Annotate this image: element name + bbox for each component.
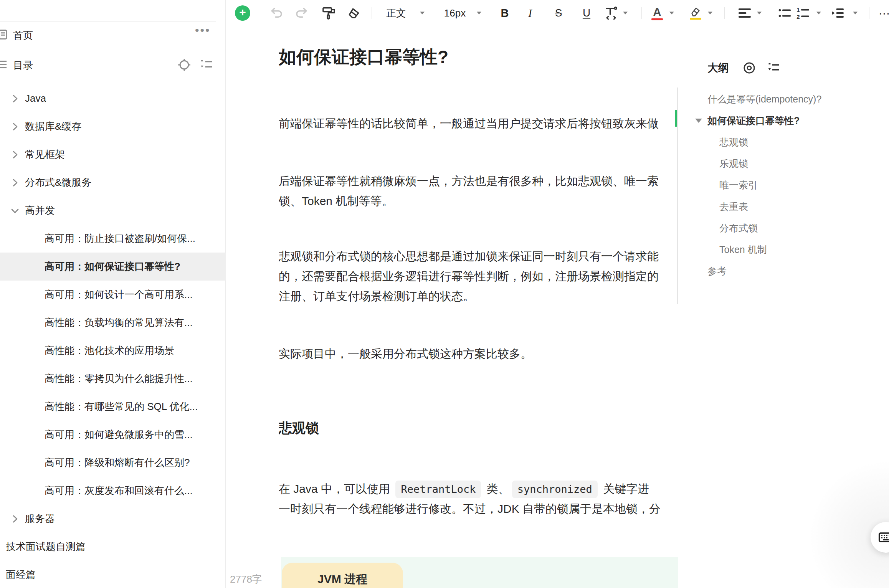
undo-icon[interactable] [269,6,284,20]
chevron-right-icon[interactable] [9,149,21,160]
outline-item[interactable]: 乐观锁 [678,153,889,174]
sidebar-tree-item[interactable]: 高并发 [0,197,226,225]
sidebar-tree-item[interactable]: 分布式&微服务 [0,168,226,197]
sidebar-tree-item[interactable]: 数据库&缓存 [0,112,226,140]
outline-item-label: 分布式锁 [719,222,758,235]
outline-item[interactable]: 唯一索引 [678,174,889,196]
chevron-right-icon[interactable] [9,177,21,188]
document-editor[interactable]: 如何保证接口幂等性? 前端保证幂等性的话比较简单，一般通过当用户提交请求后将按钮… [279,26,678,588]
sidebar-tree-item[interactable]: 高可用：防止接口被盗刷/如何保... [0,225,226,253]
toc-icon [0,58,8,73]
tree-item-label: 技术面试题自测篇 [6,540,86,553]
chevron-down-icon[interactable] [476,12,482,15]
chevron-right-icon[interactable] [9,93,21,104]
toolbar-divider [372,7,372,19]
fab-glow [805,457,889,588]
sidebar-tree-item[interactable]: 面经篇 [0,561,226,588]
tree-item-label: 高性能：负载均衡的常见算法有... [45,316,193,329]
sidebar-tree-item[interactable]: 高性能：有哪些常见的 SQL 优化... [0,393,226,421]
chevron-down-icon[interactable] [757,12,762,15]
sidebar-tree-item[interactable]: 高可用：灰度发布和回滚有什么... [0,477,226,505]
text-spacing-icon[interactable] [603,5,619,21]
sidebar-tree-item[interactable]: Java [0,84,226,112]
chevron-down-icon[interactable] [623,12,628,15]
indent-icon[interactable] [830,5,845,21]
section-heading: 悲观锁 [279,419,678,437]
tree-item-label: 高可用：降级和熔断有什么区别? [45,456,190,469]
home-icon [0,28,8,43]
sidebar-tree-item[interactable]: 服务器 [0,505,226,533]
insert-button[interactable]: + [235,5,250,21]
eraser-icon[interactable] [346,5,362,21]
editor-toolbar: + 正文 16px B I S U A [226,0,889,26]
locate-icon[interactable] [177,57,192,74]
more-tools-button[interactable]: ⋯ [879,7,889,20]
font-size-dropdown[interactable]: 16px [444,7,466,19]
toolbar-divider [641,7,642,19]
align-icon[interactable] [737,5,752,21]
chevron-down-icon[interactable] [669,12,674,15]
chevron-down-icon[interactable] [420,12,425,15]
tree-item-label: 服务器 [25,512,55,525]
tree-item-label: 高可用：如何设计一个高可用系... [45,288,193,301]
outline-item[interactable]: Token 机制 [678,239,889,260]
chevron-down-icon[interactable] [707,12,713,15]
outline-item[interactable]: 参考 [678,260,889,282]
underline-button[interactable]: U [583,7,590,19]
chevron-right-icon[interactable] [9,121,21,132]
sidebar-tree-item[interactable]: 高性能：零拷贝为什么能提升性... [0,365,226,393]
sidebar-tree-item[interactable]: 高可用：如何设计一个高可用系... [0,281,226,309]
chevron-down-icon[interactable] [853,12,858,15]
sidebar-tree-item[interactable]: 高可用：如何避免微服务中的雪... [0,421,226,449]
outline-collapse-icon[interactable] [767,61,781,75]
outline-item-label: 参考 [707,265,727,277]
numbered-list-icon[interactable]: 12 [795,5,811,21]
toolbar-divider [260,7,260,19]
sidebar-home-label: 首页 [13,29,33,42]
sidebar-tree-item[interactable]: 高可用：如何保证接口幂等性? [0,253,226,281]
sidebar-toc-label: 目录 [13,59,33,72]
redo-icon[interactable] [294,6,309,20]
toolbar-divider [869,7,869,19]
sidebar-tree-item[interactable]: 技术面试题自测篇 [0,533,226,561]
sidebar-tree-item[interactable]: 高性能：池化技术的应用场景 [0,337,226,365]
outline-item-label: 去重表 [719,200,748,213]
outline-item[interactable]: 去重表 [678,196,889,217]
tree-item-label: 高可用：如何保证接口幂等性? [45,260,180,273]
sidebar-item-toc[interactable]: 目录 [0,56,226,74]
font-color-button[interactable]: A [651,6,663,20]
bullet-list-icon[interactable] [777,5,792,21]
chevron-right-icon[interactable] [9,513,21,525]
italic-button[interactable]: I [528,7,532,20]
sidebar-tree-item[interactable]: 高性能：负载均衡的常见算法有... [0,309,226,337]
inline-code: synchronized [512,481,598,498]
mindmap-node-jvm[interactable]: JVM 进程 [282,563,403,588]
collapse-outline-icon[interactable] [199,57,214,74]
triangle-down-icon[interactable] [695,119,702,123]
paragraph: 后端保证幂等性就稍微麻烦一点，方法也是有很多种，比如悲观锁、唯一索锁、Token… [279,171,678,211]
sidebar-tree-item[interactable]: 常见框架 [0,140,226,168]
tree-item-label: 面经篇 [6,568,36,581]
format-painter-icon[interactable] [321,5,336,21]
word-count: 2778字 [230,573,262,586]
outline-item[interactable]: 什么是幂等(idempotency)? [678,88,889,110]
toolbar-divider [724,7,725,19]
outline-item[interactable]: 分布式锁 [678,217,889,239]
bold-button[interactable]: B [501,7,509,20]
strikethrough-button[interactable]: S [555,7,562,19]
sidebar-tree-item[interactable]: 高可用：降级和熔断有什么区别? [0,449,226,477]
outline-list: 什么是幂等(idempotency)?如何保证接口幂等性?悲观锁乐观锁唯一索引去… [678,88,889,282]
paragraph-style-dropdown[interactable]: 正文 [386,7,406,20]
tree-item-label: 高可用：灰度发布和回滚有什么... [45,484,193,497]
sidebar-item-home[interactable]: 首页 ••• [0,26,226,45]
outline-item[interactable]: 悲观锁 [678,131,889,153]
chevron-down-icon[interactable] [9,205,21,216]
home-more-icon[interactable]: ••• [195,24,211,37]
outline-item-label: 唯一索引 [719,179,758,192]
inline-code: ReetrantLock [395,481,481,498]
eye-icon[interactable] [742,61,757,75]
chevron-down-icon[interactable] [816,12,821,15]
highlight-color-button[interactable] [689,7,702,20]
outline-item[interactable]: 如何保证接口幂等性? [678,110,889,131]
tree-item-label: Java [25,92,46,104]
